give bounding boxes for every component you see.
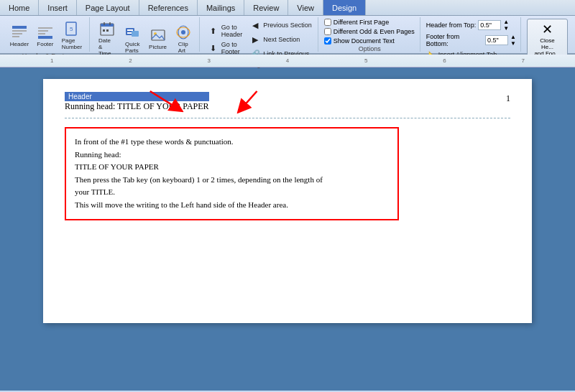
previous-section-button[interactable]: ◀ Previous Section (247, 19, 314, 32)
page-number-icon: 5 (63, 20, 80, 37)
quick-parts-button[interactable]: QuickParts (121, 22, 144, 55)
picture-button[interactable]: Picture (146, 25, 169, 52)
ribbon-group-options: Different First Page Different Odd & Eve… (320, 17, 420, 52)
tab-page-layout[interactable]: Page Layout (77, 0, 139, 15)
header-from-top-row: Header from Top: ▲ ▼ (426, 19, 516, 32)
go-to-header-button[interactable]: ⬆ Go toHeader (206, 23, 245, 39)
next-section-button[interactable]: ▶ Next Section (247, 33, 314, 46)
svg-rect-15 (106, 29, 109, 32)
tab-design[interactable]: Design (323, 0, 366, 15)
svg-rect-5 (38, 30, 48, 32)
tab-home[interactable]: Home (0, 0, 39, 15)
show-document-text-checkbox[interactable]: Show Document Text (324, 37, 415, 45)
next-section-icon: ▶ (249, 34, 261, 45)
clip-art-button[interactable]: ClipArt (172, 22, 195, 55)
svg-rect-6 (38, 33, 45, 34)
prev-section-icon: ◀ (249, 19, 261, 31)
document-area: Header Running head: TITLE OF YOUR PAPER… (0, 67, 575, 391)
ribbon-group-close: ✕ Close He...and Foo... (523, 17, 572, 52)
svg-point-24 (181, 30, 185, 34)
tab-review[interactable]: Review (244, 0, 288, 15)
footer-bottom-up-button[interactable]: ▲ (510, 34, 516, 40)
header-top-down-button[interactable]: ▼ (503, 25, 509, 32)
page-number: 1 (506, 93, 510, 104)
svg-rect-14 (103, 29, 105, 32)
clip-art-icon (175, 24, 192, 41)
ribbon: Header Footer 5 PageNumber Header & Foot… (0, 16, 575, 55)
tab-bar: Home Insert Page Layout References Maili… (0, 0, 575, 16)
ruler: 1 2 3 4 5 6 7 (0, 55, 575, 67)
tab-mailings[interactable]: Mailings (198, 0, 244, 15)
header-top-up-button[interactable]: ▲ (503, 19, 509, 25)
close-header-footer-button[interactable]: ✕ Close He...and Foo... (527, 19, 568, 60)
header-button[interactable]: Header (7, 22, 32, 49)
tab-view[interactable]: View (288, 0, 323, 15)
ribbon-group-header-footer: Header Footer 5 PageNumber Header & Foot… (3, 17, 90, 52)
ribbon-group-position: Header from Top: ▲ ▼ Footer from Bottom:… (422, 17, 521, 52)
svg-rect-11 (101, 24, 114, 27)
svg-rect-1 (12, 30, 27, 32)
date-time-icon (98, 20, 116, 37)
svg-rect-19 (127, 32, 132, 34)
tab-insert[interactable]: Insert (39, 0, 77, 15)
svg-rect-7 (38, 36, 52, 39)
page-number-button[interactable]: 5 PageNumber (59, 19, 85, 52)
footer-bottom-down-button[interactable]: ▼ (510, 40, 516, 47)
svg-rect-17 (132, 31, 139, 37)
go-to-footer-button[interactable]: ⬇ Go toFooter (206, 40, 245, 56)
different-odd-even-checkbox[interactable]: Different Odd & Even Pages (324, 28, 415, 35)
document-page: Header Running head: TITLE OF YOUR PAPER… (43, 79, 532, 323)
quick-parts-icon (124, 24, 141, 41)
tab-references[interactable]: References (139, 0, 198, 15)
header-from-top-input[interactable] (478, 20, 501, 30)
svg-rect-20 (152, 30, 165, 40)
go-to-footer-icon: ⬇ (208, 42, 219, 54)
instruction-box: In front of the #1 type these words & pu… (65, 127, 399, 220)
page-header-area: Header Running head: TITLE OF YOUR PAPER… (65, 93, 510, 118)
svg-rect-4 (38, 27, 52, 29)
svg-rect-3 (12, 36, 19, 37)
footer-from-bottom-row: Footer from Bottom: ▲ ▼ (426, 33, 516, 47)
svg-rect-18 (127, 29, 133, 31)
different-first-page-checkbox[interactable]: Different First Page (324, 19, 415, 26)
date-time-button[interactable]: Date& Time (96, 19, 119, 58)
ribbon-group-navigation: ⬆ Go toHeader ⬇ Go toFooter ◀ Previous S… (201, 17, 318, 52)
svg-rect-2 (12, 33, 22, 34)
svg-rect-0 (12, 26, 27, 29)
picture-icon (150, 27, 167, 44)
go-to-header-icon: ⬆ (208, 25, 219, 37)
running-head-text: Running head: TITLE OF YOUR PAPER (65, 101, 209, 112)
svg-text:5: 5 (70, 26, 73, 32)
footer-button[interactable]: Footer (34, 22, 57, 49)
ruler-marks: 1 2 3 4 5 6 7 (50, 57, 525, 64)
footer-icon (37, 24, 54, 41)
ribbon-group-insert: Date& Time QuickParts Picture (91, 17, 200, 52)
footer-from-bottom-input[interactable] (485, 35, 508, 45)
options-group-label: Options (324, 45, 415, 52)
close-icon: ✕ (542, 22, 553, 37)
header-icon (11, 24, 28, 41)
header-label: Header (65, 92, 209, 101)
